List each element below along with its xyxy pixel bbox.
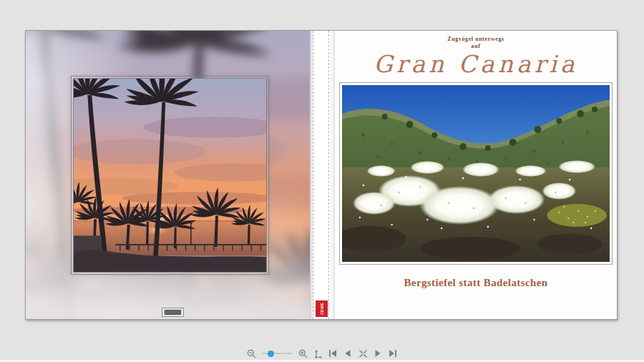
cover-caption[interactable]: Bergstiefel statt Badelatschen	[335, 277, 617, 289]
book-spread: CEWE Zugvögel unterwegs auf Gran Canaria	[25, 30, 618, 320]
last-page-icon[interactable]	[388, 348, 398, 358]
back-cover-page[interactable]	[26, 31, 310, 319]
cover-subtitle-line1[interactable]: Zugvögel unterwegs	[335, 36, 617, 43]
first-page-icon[interactable]	[328, 348, 338, 358]
previous-page-icon[interactable]	[343, 348, 353, 358]
zoom-out-icon[interactable]	[246, 348, 256, 358]
cover-photo-frame[interactable]	[339, 82, 613, 265]
back-cover-photo-frame[interactable]	[71, 76, 269, 275]
spine-fold-line-right	[328, 31, 329, 319]
zoom-navigation-toolbar	[0, 347, 644, 360]
mountain-flowers-photo	[342, 85, 610, 262]
zoom-in-icon[interactable]	[298, 348, 308, 358]
cewe-logo: CEWE	[316, 300, 328, 317]
photo-frame-inner-border	[73, 78, 267, 273]
zoom-slider-track[interactable]	[262, 353, 292, 354]
next-page-icon[interactable]	[373, 348, 383, 358]
photo-book-editor: CEWE Zugvögel unterwegs auf Gran Canaria	[0, 0, 644, 362]
barcode-placeholder	[162, 308, 184, 317]
fit-to-screen-icon[interactable]	[358, 348, 368, 358]
front-cover-page[interactable]: Zugvögel unterwegs auf Gran Canaria	[335, 31, 617, 319]
fit-page-icon[interactable]	[313, 348, 323, 358]
spine-fold-line-left	[313, 31, 313, 319]
barcode-bars	[165, 310, 181, 315]
zoom-slider[interactable]	[262, 348, 292, 358]
cewe-logo-text: CEWE	[320, 303, 324, 315]
cover-title-block[interactable]: Zugvögel unterwegs auf Gran Canaria	[335, 36, 617, 78]
sunset-palms-photo	[74, 79, 266, 272]
cover-subtitle-line2[interactable]: auf	[335, 43, 617, 50]
book-spine[interactable]: CEWE	[310, 31, 335, 319]
cover-title[interactable]: Gran Canaria	[335, 51, 617, 78]
zoom-slider-thumb[interactable]	[268, 351, 274, 357]
